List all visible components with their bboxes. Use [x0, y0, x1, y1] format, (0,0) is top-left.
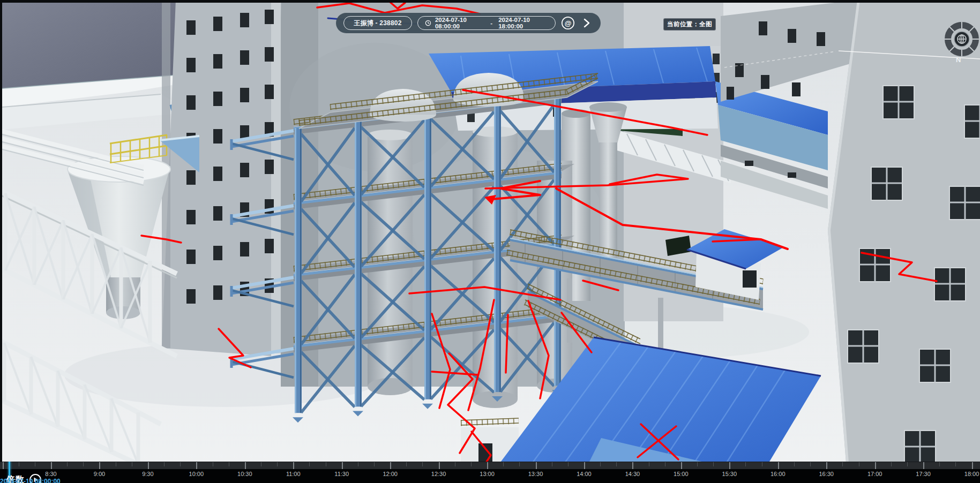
timeline-tick-label: 9:00: [94, 471, 105, 477]
timeline-tick: [568, 462, 568, 466]
timeline-tick: [229, 462, 229, 466]
timeline-tick: [180, 462, 181, 466]
timeline-tick: [907, 462, 908, 466]
timeline-tick-label: 14:30: [625, 471, 640, 477]
timeline-tick: [632, 462, 633, 469]
chevron-right-icon: [583, 18, 590, 28]
timeline-tick-label: 17:30: [916, 471, 931, 477]
timeline-tick-label: 13:00: [480, 471, 495, 477]
timeline-tick: [891, 462, 892, 466]
timeline-tick: [778, 462, 779, 469]
timeline-tick: [665, 462, 665, 466]
timeline-tick: [713, 462, 714, 466]
timeline-tick: [681, 462, 682, 469]
svg-text:@: @: [564, 19, 571, 27]
timeline-tick: [536, 462, 537, 469]
timeline-tick: [83, 462, 84, 466]
timeline-tick: [923, 462, 924, 469]
timeline-tick: [487, 462, 488, 469]
timeline-tick-label: 16:30: [819, 471, 834, 477]
timeline-ticks[interactable]: [0, 462, 980, 469]
timeline-tick: [794, 462, 795, 466]
timeline-tick: [842, 462, 843, 466]
timeline-tick-label: 18:00: [964, 471, 979, 477]
locate-button[interactable]: @: [561, 16, 575, 31]
timeline-tick: [132, 462, 132, 466]
timeline-tick: [649, 462, 649, 466]
timeline-tick: [245, 462, 246, 469]
timeline-labels: 8:309:009:3010:0010:3011:0011:3012:0012:…: [0, 469, 980, 483]
timeline-tick: [374, 462, 375, 466]
timeline-tick: [293, 462, 294, 469]
timeline-tick-label: 11:00: [286, 471, 301, 477]
timeline-tick: [390, 462, 391, 469]
locate-icon: @: [561, 16, 575, 30]
timeline-tick: [810, 462, 811, 466]
time-separator: -: [490, 20, 492, 26]
timeline-tick: [697, 462, 698, 466]
timeline-tick: [51, 462, 52, 469]
timeline-tick-label: 15:00: [674, 471, 689, 477]
timeline-tick: [455, 462, 455, 466]
timeline-tick-label: 10:00: [189, 471, 204, 477]
timeline-tick-label: 11:30: [334, 471, 349, 477]
timeline-tick: [939, 462, 940, 466]
timeline-tick: [277, 462, 278, 466]
person-selector[interactable]: 王振博 - 238802: [343, 16, 412, 30]
timeline-tick: [67, 462, 68, 466]
timeline-tick: [552, 462, 552, 466]
start-time: 2024-07-10 08:00:00: [435, 17, 484, 29]
timeline-tick: [406, 462, 407, 466]
step-forward-button[interactable]: [580, 16, 593, 31]
timeline-tick: [196, 462, 197, 469]
timeline-tick-label: 13:30: [528, 471, 543, 477]
timeline-tick: [99, 462, 100, 469]
timeline-tick: [148, 462, 149, 469]
timeline-tick: [616, 462, 617, 466]
timeline-tick-label: 12:00: [383, 471, 398, 477]
timeline-tick: [19, 462, 19, 466]
timeline-tick: [342, 462, 343, 469]
timeline-tick: [745, 462, 746, 466]
timeline-tick-label: 10:30: [237, 471, 252, 477]
timeline-tick: [309, 462, 310, 466]
time-range-picker[interactable]: 2024-07-10 08:00:00 - 2024-07-10 18:00:0…: [417, 16, 556, 30]
timeline-tick: [826, 462, 827, 469]
current-location-text: 当前位置：全图: [667, 20, 712, 28]
clock-icon: [425, 19, 431, 27]
timeline-tick: [326, 462, 326, 466]
timeline-tick: [503, 462, 504, 466]
timeline-tick: [471, 462, 472, 466]
timeline-tick: [875, 462, 876, 469]
timeline-tick: [422, 462, 423, 466]
timeline-tick-label: 8:30: [45, 471, 56, 477]
left-roof-slab: [2, 3, 189, 130]
toolbar: 王振博 - 238802 2024-07-10 08:00:00 - 2024-…: [336, 13, 601, 33]
tracking-viewer-app: N 王振博 - 238802 2024-07-10 08:00:00 - 202…: [0, 0, 980, 483]
timeline-tick: [955, 462, 956, 466]
playback-timestamp: 2024-07-10 08:00:00: [0, 478, 61, 483]
current-location-badge: 当前位置：全图: [663, 18, 716, 31]
timeline-tick-label: 17:00: [867, 471, 882, 477]
timeline-tick: [213, 462, 213, 466]
factory-3d-scene[interactable]: N: [0, 0, 980, 483]
timeline-tick-label: 14:00: [577, 471, 592, 477]
timeline-tick: [35, 462, 35, 466]
end-time: 2024-07-10 18:00:00: [498, 17, 548, 29]
compass-north-label: N: [956, 56, 961, 64]
timeline-tick: [729, 462, 730, 469]
timeline-tick: [164, 462, 164, 466]
timeline-tick: [261, 462, 261, 466]
timeline-tick: [600, 462, 601, 466]
timeline-tick: [439, 462, 440, 469]
left-building: [162, 0, 281, 356]
timeline-tick: [762, 462, 762, 466]
timeline-tick: [116, 462, 116, 466]
timeline-bar[interactable]: 8:309:009:3010:0010:3011:0011:3012:0012:…: [0, 462, 980, 483]
timeline-tick-label: 15:30: [722, 471, 737, 477]
timeline-tick-label: 16:00: [770, 471, 786, 477]
globe-icon: [957, 35, 966, 43]
timeline-tick: [358, 462, 358, 466]
timeline-tick: [3, 462, 4, 469]
timeline-tick: [519, 462, 520, 466]
